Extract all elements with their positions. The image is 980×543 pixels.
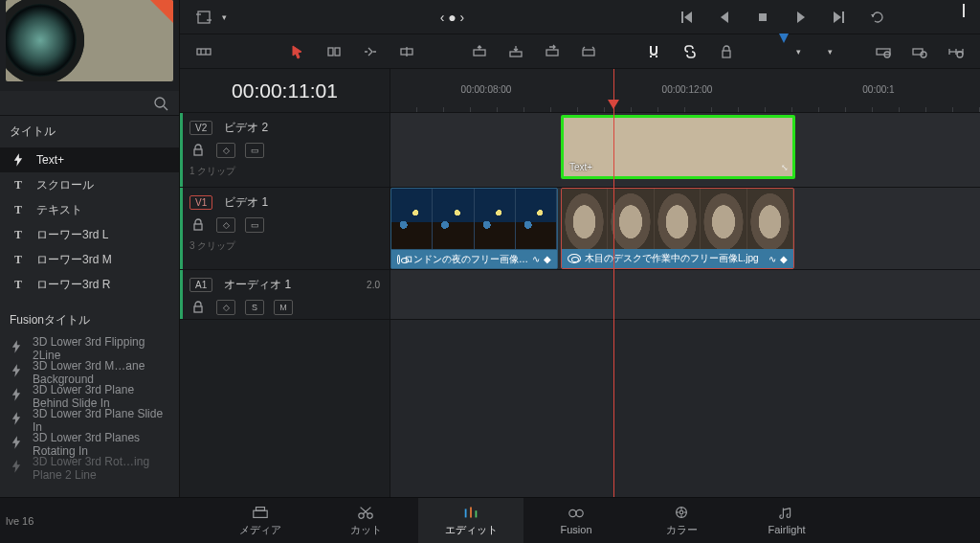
first-frame-icon[interactable]	[678, 9, 695, 26]
track-headers: 00:00:11:01 V2ビデオ 2 ◇ ▭ 1 クリップ V1ビデオ	[180, 69, 390, 497]
track-name[interactable]: オーディオ 1	[224, 277, 291, 293]
svg-rect-6	[197, 49, 211, 55]
text-icon: T	[11, 253, 25, 267]
fusion-item[interactable]: 3D Lower 3rd Planes Rotating In	[0, 432, 179, 456]
zoom-detail-icon[interactable]	[911, 43, 928, 60]
editor-area: ▾ ‹ ● ›	[180, 0, 980, 497]
play-reverse-icon[interactable]	[716, 9, 733, 26]
svg-rect-32	[254, 510, 267, 517]
keyframe-icon: ◆	[780, 254, 788, 264]
snap-icon[interactable]	[645, 43, 662, 60]
svg-rect-29	[194, 149, 202, 155]
track-badge[interactable]: V2	[189, 121, 212, 135]
zoom-width-icon[interactable]	[875, 43, 892, 60]
last-frame-icon[interactable]	[831, 9, 848, 26]
track-row-v1[interactable]: ロンドンの夜のフリー画像…∿◆ 木目のデスクで作業中のフリー画像L.jpg∿◆	[390, 188, 980, 270]
track-row-v2[interactable]: Text+ ⤡	[390, 113, 980, 188]
svg-line-1	[164, 106, 167, 110]
trim-tool-icon[interactable]	[325, 43, 343, 60]
timeline-canvas[interactable]: 00:00:08:00 00:00:12:00 00:00:1 Text+ ⤡	[390, 69, 980, 497]
track-badge[interactable]: V1	[189, 195, 212, 210]
timeline-view-icon[interactable]	[195, 43, 212, 60]
nav-fusion[interactable]: Fusion	[523, 498, 629, 544]
time-ruler[interactable]: 00:00:08:00 00:00:12:00 00:00:1	[390, 69, 980, 113]
play-icon[interactable]	[792, 9, 810, 26]
fusion-item[interactable]: 3D Lower 3rd Rot…ing Plane 2 Line	[0, 456, 179, 480]
track-header-a1[interactable]: A1オーディオ 12.0 ◇ S M	[180, 270, 390, 320]
fusion-item[interactable]: 3D Lower 3rd Flipping 2Line	[0, 336, 179, 360]
title-item-lower3rd-l[interactable]: T ローワー3rd L	[0, 222, 179, 247]
lock-icon[interactable]	[189, 216, 207, 234]
nav-cut[interactable]: カット	[313, 498, 418, 544]
chevron-down-icon[interactable]: ▾	[796, 47, 801, 57]
nav-media[interactable]: メディア	[208, 498, 313, 544]
track-header-v1[interactable]: V1ビデオ 1 ◇ ▭ 3 クリップ	[180, 188, 390, 270]
nav-color[interactable]: カラー	[629, 498, 734, 544]
fx-icon: ∿	[768, 254, 776, 264]
bolt-icon	[11, 460, 21, 476]
svg-point-42	[576, 509, 583, 516]
fusion-item[interactable]: 3D Lower 3rd Plane Behind Slide In	[0, 384, 179, 408]
title-item-scroll[interactable]: T スクロール	[0, 172, 179, 197]
text-icon: T	[11, 203, 25, 217]
selection-tool-icon[interactable]	[289, 43, 306, 60]
title-item-textplus[interactable]: Text+	[0, 147, 179, 172]
fusion-item[interactable]: 3D Lower 3rd M…ane Background	[0, 360, 179, 384]
bolt-icon	[11, 388, 21, 404]
blade-tool-icon[interactable]	[398, 43, 415, 60]
fusion-item[interactable]: 3D Lower 3rd Plane Slide In	[0, 408, 179, 432]
svg-rect-10	[335, 48, 340, 56]
flag-icon[interactable]	[779, 43, 789, 60]
sidebar: タイトル Text+ T スクロール T テキスト T	[0, 0, 180, 497]
nav-fairlight[interactable]: Fairlight	[734, 498, 839, 544]
chevron-down-icon[interactable]: ▾	[828, 47, 833, 57]
track-header-v2[interactable]: V2ビデオ 2 ◇ ▭ 1 クリップ	[180, 113, 390, 188]
title-item-lower3rd-r[interactable]: T ローワー3rd R	[0, 272, 179, 297]
clip-type-icon	[568, 254, 581, 263]
title-item-text[interactable]: T テキスト	[0, 197, 179, 222]
title-item-label: テキスト	[36, 202, 82, 218]
svg-point-44	[679, 510, 683, 514]
clip-london[interactable]: ロンドンの夜のフリー画像…∿◆	[390, 188, 558, 269]
video-enable-icon[interactable]: ▭	[245, 143, 264, 158]
replace-clip-icon[interactable]	[544, 43, 561, 60]
fit-to-fill-icon[interactable]	[580, 43, 597, 60]
keyframe-icon: ◆	[544, 254, 551, 264]
insert-clip-icon[interactable]	[471, 43, 488, 60]
viewer-toolbar: ▾ ‹ ● ›	[180, 0, 980, 34]
timecode[interactable]: 00:00:11:01	[232, 79, 338, 102]
lock-icon[interactable]	[718, 43, 735, 60]
zoom-custom-icon[interactable]	[947, 43, 965, 60]
crop-icon[interactable]	[195, 9, 212, 26]
mute-button[interactable]: M	[274, 300, 293, 315]
svg-rect-5	[759, 13, 767, 21]
auto-select-icon[interactable]: ◇	[216, 143, 235, 158]
clip-label: Text+	[569, 162, 592, 172]
solo-button[interactable]: S	[245, 300, 264, 315]
clip-textplus[interactable]: Text+ ⤡	[561, 115, 795, 179]
lock-icon[interactable]	[189, 299, 207, 316]
clip-label: ロンドンの夜のフリー画像…	[404, 253, 528, 266]
track-name[interactable]: ビデオ 1	[224, 194, 268, 211]
media-thumbnail[interactable]	[6, 0, 173, 81]
nav-edit[interactable]: エディット	[418, 498, 523, 544]
loop-icon[interactable]	[869, 9, 886, 26]
chevron-down-icon[interactable]: ▾	[222, 12, 227, 22]
dynamic-trim-icon[interactable]	[362, 43, 379, 60]
auto-select-icon[interactable]: ◇	[216, 300, 235, 315]
title-item-lower3rd-m[interactable]: T ローワー3rd M	[0, 247, 179, 272]
auto-select-icon[interactable]: ◇	[216, 217, 235, 233]
overwrite-clip-icon[interactable]	[507, 43, 524, 60]
track-row-a1[interactable]	[390, 270, 980, 320]
ruler-label: 00:00:08:00	[461, 84, 512, 95]
video-enable-icon[interactable]: ▭	[245, 217, 264, 233]
search-icon[interactable]	[152, 95, 169, 112]
track-badge[interactable]: A1	[189, 278, 212, 292]
stop-icon[interactable]	[754, 9, 771, 26]
track-name[interactable]: ビデオ 2	[224, 120, 268, 136]
clip-desk[interactable]: 木目のデスクで作業中のフリー画像L.jpg∿◆	[561, 188, 794, 269]
svg-rect-13	[474, 50, 485, 56]
fusion-item-label: 3D Lower 3rd Rot…ing Plane 2 Line	[33, 455, 167, 482]
link-icon[interactable]	[681, 43, 699, 60]
lock-icon[interactable]	[189, 142, 207, 159]
